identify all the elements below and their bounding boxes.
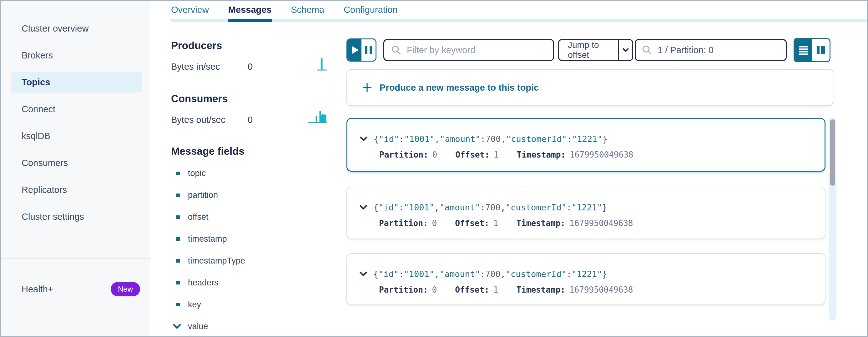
producers-heading: Producers xyxy=(171,40,222,52)
square-bullet-icon xyxy=(176,172,180,175)
field-item-value[interactable]: value xyxy=(171,315,341,337)
sidebar-item-label: ksqlDB xyxy=(22,131,50,141)
tab-overview[interactable]: Overview xyxy=(171,1,209,19)
square-bullet-icon xyxy=(176,281,180,284)
chevron-down-icon[interactable] xyxy=(358,269,368,279)
tab-label: Messages xyxy=(228,5,272,15)
metric-label: Bytes in/sec xyxy=(171,62,248,72)
field-item-headers[interactable]: headers xyxy=(171,272,341,294)
message-value-json: {"id":"1001","amount":700,"customerId":"… xyxy=(373,269,607,279)
search-icon xyxy=(391,44,402,56)
message-list-area: {"id":"1001","amount":700,"customerId":"… xyxy=(346,118,836,320)
select-chevron-segment[interactable] xyxy=(618,40,632,60)
message-offset: Offset:1 xyxy=(455,150,498,159)
main-panel: Overview Messages Schema Configuration P… xyxy=(150,1,867,336)
messages-content: Producers Bytes in/sec 0 Consumers Bytes… xyxy=(171,37,867,336)
jump-to-offset-value: Jump to offset xyxy=(559,40,618,60)
square-bullet-icon xyxy=(176,215,180,219)
field-item-key[interactable]: key xyxy=(171,294,341,315)
list-view-icon xyxy=(797,44,809,56)
scrollbar-track[interactable] xyxy=(829,118,836,320)
play-icon xyxy=(352,46,359,54)
square-bullet-icon xyxy=(176,237,180,241)
metric-value: 0 xyxy=(248,115,253,125)
sidebar-item-label: Replicators xyxy=(22,185,67,195)
sidebar-item-replicators[interactable]: Replicators xyxy=(1,176,150,203)
tab-messages[interactable]: Messages xyxy=(228,1,272,19)
square-bullet-icon xyxy=(176,259,180,263)
sidebar-item-healthplus[interactable]: Health+ xyxy=(22,284,53,295)
message-value-json: {"id":"1001","amount":700,"customerId":"… xyxy=(373,203,607,212)
field-item-timestamp[interactable]: timestamp xyxy=(171,228,341,250)
sidebar-item-label: Cluster overview xyxy=(22,24,89,34)
tab-label: Overview xyxy=(171,5,209,15)
field-item-timestamptype[interactable]: timestampType xyxy=(171,250,341,272)
sidebar-nav: Cluster overview Brokers Topics Connect … xyxy=(1,1,150,230)
sidebar-item-ksqldb[interactable]: ksqlDB xyxy=(1,123,150,149)
message-fields-heading: Message fields xyxy=(171,145,245,157)
card-view-icon xyxy=(814,44,827,56)
metric-label: Bytes out/sec xyxy=(171,115,248,125)
tab-underline-track xyxy=(171,19,867,22)
scrollbar-thumb[interactable] xyxy=(830,119,835,186)
jump-to-offset-select[interactable]: Jump to offset xyxy=(558,39,633,61)
topic-tabs: Overview Messages Schema Configuration xyxy=(150,1,867,22)
sidebar-item-label: Connect xyxy=(22,104,55,115)
field-item-offset[interactable]: offset xyxy=(171,206,341,228)
play-button[interactable] xyxy=(347,39,362,61)
chevron-down-icon[interactable] xyxy=(359,134,369,144)
message-timestamp: Timestamp:1679950049638 xyxy=(516,285,633,295)
message-list: {"id":"1001","amount":700,"customerId":"… xyxy=(346,118,826,320)
message-offset: Offset:1 xyxy=(455,285,498,295)
tab-label: Configuration xyxy=(344,5,398,15)
metric-value: 0 xyxy=(248,62,253,72)
sidebar-item-cluster-overview[interactable]: Cluster overview xyxy=(1,15,150,42)
sidebar-item-consumers[interactable]: Consumers xyxy=(1,149,150,176)
sidebar-footer: Health+ New xyxy=(22,279,140,299)
app-window: Cluster overview Brokers Topics Connect … xyxy=(0,0,868,337)
sidebar-item-connect[interactable]: Connect xyxy=(1,96,150,123)
card-view-button[interactable] xyxy=(812,39,830,61)
sidebar-divider xyxy=(1,258,150,258)
message-timestamp: Timestamp:1679950049638 xyxy=(516,218,633,228)
message-card[interactable]: {"id":"1001","amount":700,"customerId":"… xyxy=(346,118,826,172)
message-fields-list: topic partition offset timestamp timesta… xyxy=(171,162,341,337)
message-value-json: {"id":"1001","amount":700,"customerId":"… xyxy=(374,134,608,144)
tab-configuration[interactable]: Configuration xyxy=(344,1,398,19)
message-card[interactable]: {"id":"1001","amount":700,"customerId":"… xyxy=(346,253,826,305)
chevron-down-icon[interactable] xyxy=(358,202,368,212)
sidebar-item-label: Cluster settings xyxy=(22,212,84,222)
consumers-heading: Consumers xyxy=(171,93,228,105)
bytes-out-sparkline xyxy=(307,110,328,124)
square-bullet-icon xyxy=(176,303,180,306)
field-item-topic[interactable]: topic xyxy=(171,162,341,184)
message-card[interactable]: {"id":"1001","amount":700,"customerId":"… xyxy=(346,187,826,239)
plus-icon xyxy=(362,82,373,93)
search-icon xyxy=(641,44,653,56)
sidebar-item-brokers[interactable]: Brokers xyxy=(1,42,150,69)
offset-partition-input[interactable] xyxy=(657,45,780,56)
chevron-down-icon xyxy=(622,46,630,54)
offset-partition-search xyxy=(635,39,787,61)
pause-button[interactable] xyxy=(362,39,375,61)
produce-message-button[interactable]: Produce a new message to this topic xyxy=(346,69,833,106)
keyword-filter-input[interactable] xyxy=(406,45,547,56)
message-partition: Partition:0 xyxy=(379,150,437,159)
sidebar: Cluster overview Brokers Topics Connect … xyxy=(1,1,150,336)
message-partition: Partition:0 xyxy=(379,285,437,295)
sidebar-item-topics[interactable]: Topics xyxy=(1,69,150,96)
sidebar-item-label: Brokers xyxy=(22,50,53,61)
view-toggle xyxy=(794,38,831,62)
pause-icon xyxy=(365,46,372,54)
chevron-down-icon xyxy=(172,321,182,332)
sidebar-item-label: Consumers xyxy=(22,158,68,168)
keyword-filter xyxy=(383,39,554,61)
list-view-button[interactable] xyxy=(795,39,812,61)
new-badge: New xyxy=(111,282,140,296)
metrics-column: Producers Bytes in/sec 0 Consumers Bytes… xyxy=(171,37,341,336)
tab-schema[interactable]: Schema xyxy=(291,1,324,19)
message-offset: Offset:1 xyxy=(455,218,498,228)
sidebar-item-cluster-settings[interactable]: Cluster settings xyxy=(1,203,150,230)
messages-toolbar: Jump to offset xyxy=(346,38,831,62)
field-item-partition[interactable]: partition xyxy=(171,184,341,206)
